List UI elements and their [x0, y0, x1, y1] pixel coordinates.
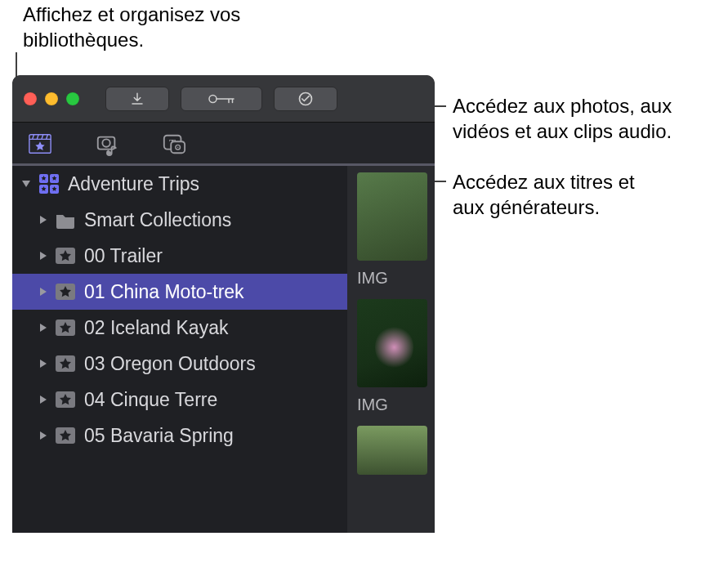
clip-thumbnail[interactable]	[357, 426, 427, 475]
disclosure-triangle-icon[interactable]	[40, 360, 47, 368]
callout-libraries-text: Affichez et organisez vos bibliothèques.	[23, 2, 240, 52]
titles-generators-tab[interactable]: T	[158, 127, 190, 163]
svg-point-4	[102, 139, 109, 146]
library-sidebar: Adventure Trips Smart Collections00 Trai…	[12, 166, 347, 533]
svg-point-5	[107, 151, 111, 155]
keyword-button[interactable]	[181, 87, 262, 111]
disclosure-triangle-icon[interactable]	[40, 216, 47, 224]
event-star-icon	[55, 353, 76, 374]
event-star-icon	[55, 389, 76, 410]
clip-thumbnail[interactable]	[357, 172, 427, 261]
sidebar-item[interactable]: 03 Oregon Outdoors	[12, 346, 347, 382]
sidebar-item[interactable]: 00 Trailer	[12, 238, 347, 274]
event-star-icon	[55, 425, 76, 446]
import-button[interactable]	[105, 87, 169, 111]
event-star-icon	[55, 317, 76, 338]
library-name: Adventure Trips	[68, 173, 199, 195]
background-tasks-button[interactable]	[274, 87, 337, 111]
minimize-window-button[interactable]	[45, 92, 58, 105]
callout-titles-text: Accédez aux titres et aux générateurs.	[453, 169, 635, 220]
sidebar-item[interactable]: Smart Collections	[12, 202, 347, 238]
disclosure-triangle-icon[interactable]	[40, 324, 47, 332]
event-star-icon	[55, 281, 76, 302]
clip-label: IMG	[357, 395, 435, 414]
window-traffic-lights	[24, 92, 79, 105]
sidebar-item-label: Smart Collections	[84, 209, 231, 231]
zoom-window-button[interactable]	[66, 92, 79, 105]
sidebar-item-label: 00 Trailer	[84, 245, 163, 267]
titlebar	[12, 75, 435, 123]
sidebar-item-label: 03 Oregon Outdoors	[84, 353, 256, 375]
app-window: T	[12, 75, 435, 533]
close-window-button[interactable]	[24, 92, 37, 105]
clip-label: IMG	[357, 269, 435, 288]
disclosure-triangle-icon[interactable]	[40, 395, 47, 404]
library-icon	[38, 173, 60, 194]
event-star-icon	[55, 245, 76, 266]
sidebar-item-label: 05 Bavaria Spring	[84, 425, 234, 447]
clip-browser: IMG IMG	[347, 166, 435, 533]
sidebar-item[interactable]: 01 China Moto-trek	[12, 274, 347, 310]
sidebar-item-label: 01 China Moto-trek	[84, 281, 244, 303]
sidebar-item[interactable]: 02 Iceland Kayak	[12, 310, 347, 346]
disclosure-triangle-icon[interactable]	[40, 431, 47, 440]
svg-point-0	[209, 95, 217, 102]
svg-point-10	[177, 146, 179, 148]
folder-icon	[55, 209, 76, 230]
sidebar-item[interactable]: 04 Cinque Terre	[12, 382, 347, 418]
disclosure-triangle-icon[interactable]	[40, 288, 47, 296]
sidebar-item-label: 02 Iceland Kayak	[84, 317, 228, 339]
libraries-tab[interactable]	[24, 127, 56, 163]
sidebar-item[interactable]: 05 Bavaria Spring	[12, 418, 347, 454]
sidebar-tabs: T	[12, 123, 435, 166]
callout-media-text: Accédez aux photos, aux vidéos et aux cl…	[453, 93, 672, 144]
photos-audio-tab[interactable]	[91, 127, 123, 163]
disclosure-triangle-icon[interactable]	[40, 252, 47, 260]
sidebar-item-label: 04 Cinque Terre	[84, 389, 217, 411]
library-root[interactable]: Adventure Trips	[12, 166, 347, 202]
disclosure-triangle-open-icon[interactable]	[22, 181, 30, 187]
clip-thumbnail[interactable]	[357, 299, 427, 387]
